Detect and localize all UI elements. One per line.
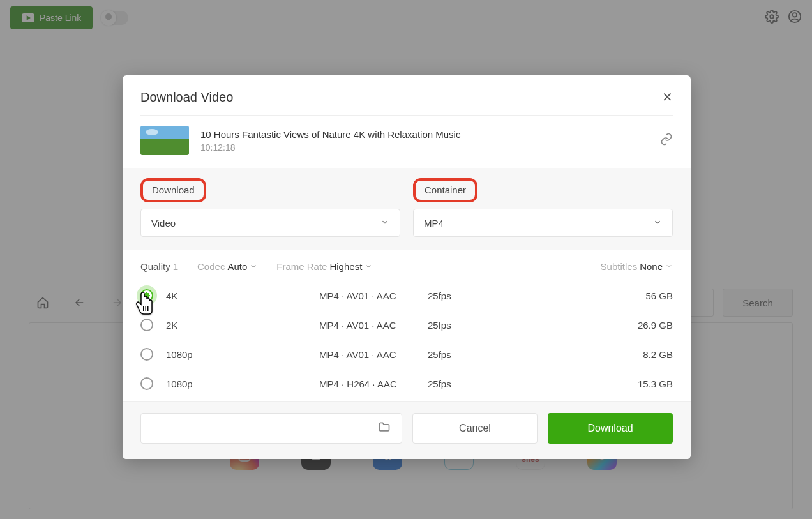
folder-icon[interactable]: [377, 421, 391, 436]
quality-size: 15.3 GB: [530, 379, 673, 389]
quality-row[interactable]: 1080p MP4 · AV01 · AAC 25fps 8.2 GB: [140, 340, 673, 369]
download-type-value: Video: [151, 218, 176, 229]
chevron-down-icon: [365, 261, 372, 272]
quality-fps: 25fps: [428, 349, 530, 360]
quality-size: 8.2 GB: [530, 349, 673, 360]
chevron-down-icon: [653, 218, 662, 229]
quality-fmt: MP4 · AV01 · AAC: [319, 320, 428, 331]
modal-footer: Cancel Download: [123, 401, 691, 459]
quality-fmt: MP4 · H264 · AAC: [319, 379, 428, 389]
video-thumbnail: [140, 126, 189, 155]
radio-icon[interactable]: [140, 377, 153, 390]
download-video-modal: Download Video ✕ 10 Hours Fantastic View…: [123, 75, 691, 459]
chevron-down-icon: [665, 261, 673, 272]
quality-row[interactable]: 1080p MP4 · H264 · AAC 25fps 15.3 GB: [140, 369, 673, 398]
radio-icon[interactable]: [140, 348, 153, 361]
quality-fps: 25fps: [428, 379, 530, 389]
close-icon[interactable]: ✕: [662, 89, 673, 105]
download-button[interactable]: Download: [548, 413, 673, 444]
radio-icon[interactable]: [140, 289, 153, 302]
container-select[interactable]: MP4: [413, 209, 673, 237]
codec-filter[interactable]: CodecAuto: [195, 261, 257, 272]
container-value: MP4: [424, 218, 444, 229]
quality-fps: 25fps: [428, 290, 530, 301]
download-label: Download: [152, 184, 195, 195]
options-area: Download Container Video MP4: [123, 168, 691, 250]
cancel-button[interactable]: Cancel: [412, 413, 538, 444]
quality-filter[interactable]: Quality1: [140, 261, 178, 272]
download-label: Download: [587, 423, 633, 434]
app-root: Paste Link Search d bilibili adult si: [0, 0, 812, 519]
quality-fps: 25fps: [428, 320, 530, 331]
cancel-label: Cancel: [459, 423, 491, 434]
open-link-icon[interactable]: [660, 133, 673, 148]
quality-res: 4K: [166, 290, 319, 301]
quality-size: 56 GB: [530, 290, 673, 301]
quality-fmt: MP4 · AV01 · AAC: [319, 349, 428, 360]
video-duration: 10:12:18: [200, 142, 460, 153]
radio-icon[interactable]: [140, 319, 153, 331]
download-label-highlight: Download: [140, 178, 206, 202]
quality-row[interactable]: 4K MP4 · AV01 · AAC 25fps 56 GB: [140, 281, 673, 310]
quality-res: 2K: [166, 320, 319, 331]
quality-row[interactable]: 2K MP4 · AV01 · AAC 25fps 26.9 GB: [140, 310, 673, 340]
quality-list: 4K MP4 · AV01 · AAC 25fps 56 GB 2K MP4 ·…: [123, 281, 691, 401]
download-type-select[interactable]: Video: [140, 209, 400, 237]
subtitles-filter[interactable]: SubtitlesNone: [598, 261, 673, 272]
quality-size: 26.9 GB: [530, 320, 673, 331]
save-path-input[interactable]: [140, 413, 402, 444]
container-label-highlight: Container: [413, 178, 477, 202]
chevron-down-icon: [250, 261, 257, 272]
filters-row: Quality1 CodecAuto Frame RateHighest Sub…: [123, 250, 691, 281]
modal-title: Download Video: [140, 90, 233, 105]
video-title: 10 Hours Fantastic Views of Nature 4K wi…: [200, 129, 460, 140]
quality-fmt: MP4 · AV01 · AAC: [319, 290, 428, 301]
framerate-filter[interactable]: Frame RateHighest: [274, 261, 372, 272]
container-label: Container: [425, 184, 466, 195]
video-info-row: 10 Hours Fantastic Views of Nature 4K wi…: [123, 116, 691, 168]
quality-res: 1080p: [166, 379, 319, 389]
chevron-down-icon: [380, 218, 389, 229]
quality-res: 1080p: [166, 349, 319, 360]
